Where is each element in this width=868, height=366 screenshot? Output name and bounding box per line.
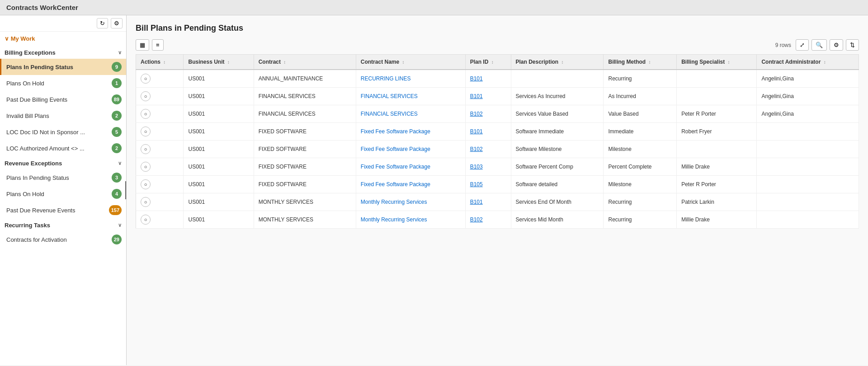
filter-button[interactable]: ≡	[152, 39, 164, 51]
plan-id-link[interactable]: B102	[470, 111, 483, 117]
bar-chart-button[interactable]: ▦	[136, 39, 149, 51]
contract-name-link[interactable]: Fixed Fee Software Package	[361, 128, 430, 135]
cell-contract-name: Fixed Fee Software Package	[356, 158, 465, 176]
filter-icon: ≡	[156, 42, 160, 48]
contract-name-link[interactable]: Monthly Recurring Services	[361, 199, 427, 205]
expand-button[interactable]: ⤢	[796, 39, 809, 51]
table-row: ○US001FINANCIAL SERVICESFINANCIAL SERVIC…	[136, 105, 859, 123]
sort-plan-desc-icon[interactable]: ↕	[561, 60, 564, 65]
action-circle-button[interactable]: ○	[141, 74, 151, 84]
cell-plan-description: Software detailed	[511, 176, 604, 193]
plan-id-link[interactable]: B101	[470, 199, 483, 205]
cell-plan-id: B105	[465, 176, 511, 193]
plan-id-link[interactable]: B102	[470, 216, 483, 223]
cell-contract: FIXED SOFTWARE	[254, 176, 356, 193]
action-circle-button[interactable]: ○	[141, 162, 151, 172]
cell-plan-description	[511, 70, 604, 88]
sidebar-item-plans-on-hold-billing[interactable]: Plans On Hold 1	[0, 75, 126, 91]
col-plan-description-label: Plan Description	[516, 59, 559, 65]
contract-name-link[interactable]: Fixed Fee Software Package	[361, 146, 430, 152]
contract-name-link[interactable]: Monthly Recurring Services	[361, 216, 427, 223]
sidebar-item-plans-in-pending-status-revenue[interactable]: Plans In Pending Status 3	[0, 169, 126, 186]
sort-contract-icon[interactable]: ↕	[283, 60, 286, 65]
sort-billing-method-icon[interactable]: ↕	[648, 60, 651, 65]
sort-contract-name-icon[interactable]: ↕	[402, 60, 405, 65]
sort-plan-id-icon[interactable]: ↕	[491, 60, 494, 65]
col-plan-id: Plan ID ↕	[465, 55, 511, 70]
col-contract: Contract ↕	[254, 55, 356, 70]
contract-name-link[interactable]: FINANCIAL SERVICES	[361, 111, 418, 117]
cell-plan-description: Software Milestone	[511, 141, 604, 158]
plan-id-link[interactable]: B101	[470, 93, 483, 99]
sidebar-item-loc-doc-id[interactable]: LOC Doc ID Not in Sponsor ... 5	[0, 124, 126, 140]
col-billing-specialist: Billing Specialist ↕	[677, 55, 757, 70]
sidebar-item-invalid-bill-plans[interactable]: Invalid Bill Plans 2	[0, 108, 126, 124]
recurring-tasks-items: Contracts for Activation 29	[0, 231, 126, 248]
recurring-tasks-header[interactable]: Recurring Tasks ∨	[0, 218, 126, 231]
revenue-exceptions-items: Plans In Pending Status 3 Plans On Hold …	[0, 169, 126, 218]
sort-actions-icon[interactable]: ↕	[163, 60, 165, 65]
action-circle-button[interactable]: ○	[141, 144, 151, 154]
plan-id-link[interactable]: B102	[470, 146, 483, 152]
main-layout: ↻ ⚙ ∨ My Work Billing Exceptions ∨ Plans…	[0, 15, 868, 365]
cell-contract-administrator	[757, 123, 859, 141]
action-circle-button[interactable]: ○	[141, 179, 151, 189]
cell-billing-specialist: Robert Fryer	[677, 123, 757, 141]
cell-billing-specialist	[677, 88, 757, 105]
sort-button[interactable]: ⇅	[846, 39, 859, 51]
sidebar-item-past-due-billing-events[interactable]: Past Due Billing Events 89	[0, 91, 126, 108]
revenue-exceptions-header[interactable]: Revenue Exceptions ∨	[0, 156, 126, 169]
cell-actions: ○	[136, 193, 184, 211]
sort-contract-admin-icon[interactable]: ↕	[824, 60, 826, 65]
action-circle-button[interactable]: ○	[141, 91, 151, 101]
sort-icon: ⇅	[850, 42, 855, 48]
col-billing-method: Billing Method ↕	[604, 55, 677, 70]
contract-name-link[interactable]: Fixed Fee Software Package	[361, 181, 430, 188]
contract-name-link[interactable]: Fixed Fee Software Package	[361, 164, 430, 170]
table-row: ○US001FIXED SOFTWAREFixed Fee Software P…	[136, 123, 859, 141]
recurring-tasks-chevron: ∨	[118, 222, 122, 228]
cell-contract-administrator: Angelini,Gina	[757, 70, 859, 88]
cell-contract: FIXED SOFTWARE	[254, 141, 356, 158]
sort-bu-icon[interactable]: ↕	[227, 60, 230, 65]
plan-id-link[interactable]: B101	[470, 128, 483, 135]
cell-contract-name: Fixed Fee Software Package	[356, 176, 465, 193]
column-settings-button[interactable]: ⚙	[830, 39, 843, 51]
sidebar-item-loc-authorized-amount[interactable]: LOC Authorized Amount <> ... 2	[0, 140, 126, 156]
cell-contract-administrator	[757, 141, 859, 158]
action-circle-button[interactable]: ○	[141, 215, 151, 225]
contract-name-link[interactable]: FINANCIAL SERVICES	[361, 93, 418, 99]
col-actions-label: Actions	[141, 59, 160, 65]
sidebar: ↻ ⚙ ∨ My Work Billing Exceptions ∨ Plans…	[0, 15, 127, 365]
sidebar-item-contracts-for-activation[interactable]: Contracts for Activation 29	[0, 231, 126, 248]
revenue-exceptions-label: Revenue Exceptions	[5, 160, 62, 167]
col-billing-method-label: Billing Method	[608, 59, 646, 65]
plan-id-link[interactable]: B103	[470, 164, 483, 170]
action-circle-button[interactable]: ○	[141, 197, 151, 207]
my-work-label: My Work	[11, 35, 35, 42]
billing-exceptions-header[interactable]: Billing Exceptions ∨	[0, 46, 126, 59]
my-work-header[interactable]: ∨ My Work	[0, 32, 126, 46]
badge-past-due-revenue-events: 157	[109, 205, 122, 215]
cell-actions: ○	[136, 141, 184, 158]
cell-plan-id: B101	[465, 123, 511, 141]
sidebar-item-past-due-revenue-events[interactable]: Past Due Revenue Events 157	[0, 202, 126, 218]
search-button[interactable]: 🔍	[811, 39, 827, 51]
sidebar-refresh-button[interactable]: ↻	[97, 18, 108, 28]
sidebar-item-plans-in-pending-status-billing[interactable]: Plans In Pending Status 9	[0, 59, 126, 75]
cell-plan-id: B101	[465, 193, 511, 211]
cell-plan-description: Services As Incurred	[511, 88, 604, 105]
cell-plan-id: B101	[465, 70, 511, 88]
plan-id-link[interactable]: B105	[470, 181, 483, 188]
plan-id-link[interactable]: B101	[470, 75, 483, 82]
contract-name-link[interactable]: RECURRING LINES	[361, 75, 411, 82]
sidebar-item-label: Plans On Hold	[6, 191, 44, 197]
sidebar-item-plans-on-hold-revenue[interactable]: Plans On Hold 4	[0, 186, 126, 202]
sidebar-settings-button[interactable]: ⚙	[111, 18, 123, 28]
action-circle-button[interactable]: ○	[141, 127, 151, 136]
table-row: ○US001MONTHLY SERVICESMonthly Recurring …	[136, 211, 859, 229]
sidebar-collapse-handle[interactable]: ‖	[125, 181, 127, 199]
action-circle-button[interactable]: ○	[141, 109, 151, 119]
sort-billing-specialist-icon[interactable]: ↕	[728, 60, 730, 65]
col-contract-name-label: Contract Name	[361, 59, 399, 65]
